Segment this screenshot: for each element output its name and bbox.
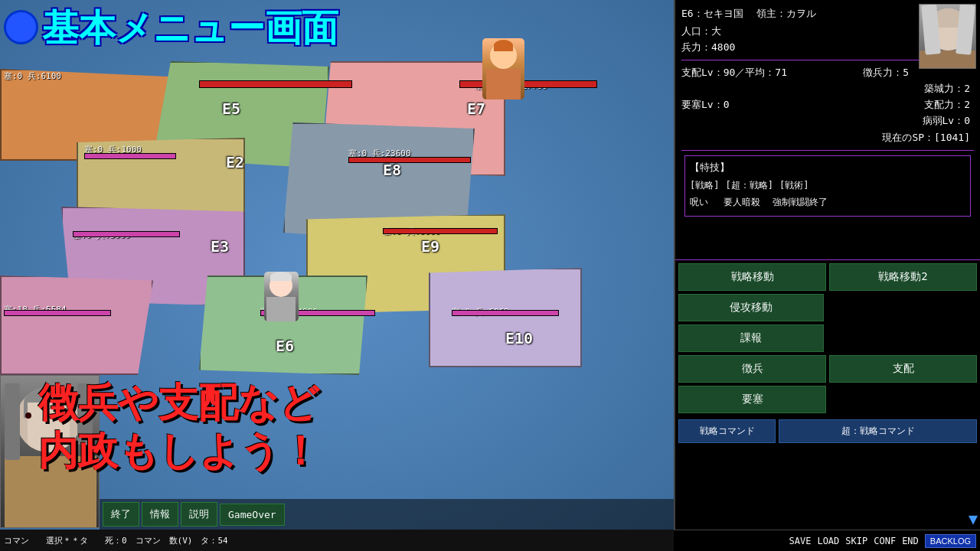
control-button[interactable]: 支配 [829, 355, 977, 383]
main-container: 塞:0 兵:6100 塞:0 兵:1000 塞:0 兵:3000 塞:18 兵:… [0, 0, 980, 551]
control-lv: 支配Lv：90／平均：71 [681, 65, 787, 81]
conscript-button[interactable]: 徴兵 [678, 355, 826, 383]
status-text: コマン 選択＊＊タ 死：0 コマン 数(V) タ：54 [4, 535, 228, 546]
save-button[interactable]: SAVE [789, 536, 812, 546]
map-character-e6 [264, 272, 299, 321]
e1-info: 塞:0 兵:6100 [4, 70, 61, 82]
tutorial-text: 徴兵や支配など内政もしよう！ [38, 379, 320, 474]
sp: 現在のSP：[1041] [882, 132, 970, 143]
information-button[interactable]: 情報 [142, 502, 178, 527]
e1-hp-bar [199, 80, 352, 88]
title-overlay: 基本メニュー画面 [4, 4, 338, 53]
control-power: 支配力：2 [924, 97, 970, 113]
explain-button[interactable]: 説明 [181, 502, 217, 527]
skill2: 要人暗殺 [724, 194, 760, 211]
bottom-buttons-row: 終了 情報 説明 GameOver [100, 499, 674, 530]
map-area: 塞:0 兵:6100 塞:0 兵:1000 塞:0 兵:3000 塞:18 兵:… [0, 0, 674, 551]
e2-hp-bar [84, 153, 176, 159]
territory-name: E6：セキヨ国 [681, 8, 743, 19]
skill3-header: [戦術] [779, 178, 808, 194]
skills-section: 【特技】 [戦略] [超：戦略] [戦術] 呪い 要人暗殺 強制戦闘終了 [684, 155, 971, 216]
load-button[interactable]: LOAD [817, 536, 839, 546]
fortress-power: 築城力：2 [924, 81, 970, 97]
circle-icon [4, 10, 38, 44]
strategic-move2-button[interactable]: 戦略移動2 [829, 263, 977, 291]
skill2-header: [超：戦略] [725, 178, 773, 194]
e3-hp-bar [73, 231, 180, 237]
conf-button[interactable]: CONF [874, 536, 896, 546]
region-e10[interactable] [429, 268, 582, 367]
skill1-header: [戦略] [690, 178, 719, 194]
e7-hp-bar [459, 80, 597, 88]
strategic-move-button[interactable]: 戦略移動 [678, 263, 826, 291]
game-over-button[interactable]: GameOver [220, 504, 285, 526]
map-character-top [482, 38, 524, 99]
lord-name: 領主：カヲル [756, 8, 816, 19]
super-strategy-cmd-button[interactable]: 超：戦略コマンド [779, 419, 977, 443]
scroll-down-arrow[interactable]: ▼ [969, 510, 978, 528]
conscript-power: 徴兵力：5 [863, 65, 909, 81]
backlog-button[interactable]: BACKLOG [925, 534, 976, 548]
end-button[interactable]: 終了 [103, 502, 139, 527]
intelligence-button[interactable]: 課報 [678, 324, 824, 352]
fortress-lv: 要塞Lv：0 [681, 97, 729, 113]
skill3: 強制戦闘終了 [773, 194, 828, 211]
strategy-cmd-button[interactable]: 戦略コマンド [678, 419, 776, 443]
page-title: 基本メニュー画面 [4, 4, 338, 53]
info-panel: E6：セキヨ国 領主：カヲル 人口：大 兵力：4800 支配Lv：90／平均：7… [675, 0, 980, 260]
bottom-text-overlay: 徴兵や支配など内政もしよう！ [38, 379, 320, 474]
command-row: 戦略コマンド 超：戦略コマンド [675, 416, 980, 446]
e9-hp-bar [383, 228, 498, 234]
skills-header: 【特技】 [690, 161, 965, 174]
right-panel: E6：セキヨ国 領主：カヲル 人口：大 兵力：4800 支配Lv：90／平均：7… [674, 0, 980, 551]
fortress-button[interactable]: 要塞 [678, 386, 826, 413]
action-buttons: 戦略移動 戦略移動2 侵攻移動 課報 徴兵 支配 要塞 [675, 260, 980, 416]
e10-hp-bar [452, 310, 559, 316]
save-load-bar: SAVE LOAD SKIP CONF END BACKLOG [674, 530, 980, 551]
skip-button[interactable]: SKIP [845, 536, 867, 546]
e8-hp-bar [348, 157, 471, 163]
region-e4[interactable] [0, 276, 153, 375]
skill1: 呪い [690, 194, 708, 211]
character-portrait [919, 4, 976, 69]
e4-hp-bar [4, 310, 111, 316]
end-save-button[interactable]: END [902, 536, 919, 546]
bottom-status-bar: コマン 選択＊＊タ 死：0 コマン 数(V) タ：54 [0, 530, 674, 551]
disease-lv: 病弱Lv：0 [923, 113, 970, 129]
invasion-move-button[interactable]: 侵攻移動 [678, 294, 824, 321]
